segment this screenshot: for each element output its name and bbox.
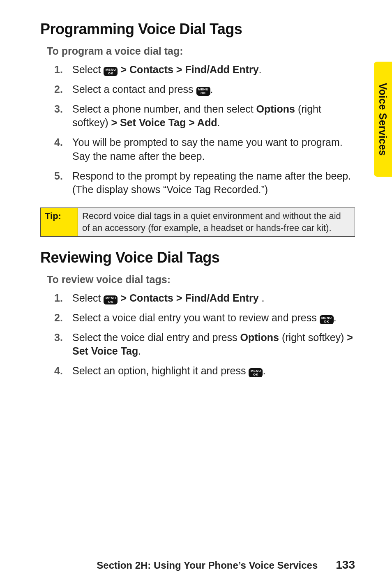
section-title-reviewing: Reviewing Voice Dial Tags (40, 249, 355, 266)
menu-ok-icon: MENUOK (104, 67, 118, 76)
step-text-pre: You will be prompted to say the name you… (72, 136, 343, 162)
step-text-post: . (259, 64, 262, 75)
step-text-strong2: > Set Voice Tag > Add (111, 117, 217, 128)
page-root: Voice Services Programming Voice Dial Ta… (0, 0, 392, 588)
step-item: Select a voice dial entry you want to re… (40, 311, 355, 325)
step-item: Select a phone number, and then select O… (40, 102, 355, 130)
step-item: Select a contact and press MENUOK. (40, 83, 355, 97)
step-text-pre: Select a phone number, and then select (72, 103, 256, 115)
step-text-aftericon: . (263, 365, 265, 376)
step-text-aftericon: . (334, 312, 337, 323)
step-item: You will be prompted to say the name you… (40, 136, 355, 164)
step-text-post: . (259, 292, 265, 304)
menu-ok-icon: MENUOK (196, 87, 210, 96)
step-text-strong1: Options (240, 332, 279, 343)
step-item: Select an option, highlight it and press… (40, 364, 355, 378)
tip-box: Tip: Record voice dial tags in a quiet e… (40, 208, 355, 237)
step-item: Respond to the prompt by repeating the n… (40, 169, 355, 197)
section-title-programming: Programming Voice Dial Tags (40, 21, 355, 38)
step-text-post: . (217, 117, 220, 128)
menu-ok-icon: MENUOK (320, 315, 334, 324)
side-tab-label: Voice Services (377, 83, 389, 155)
tip-body: Record voice dial tags in a quiet enviro… (78, 208, 355, 237)
step-text-pre: Select a voice dial entry you want to re… (72, 312, 320, 323)
steps-program: Select MENUOK > Contacts > Find/Add Entr… (40, 63, 355, 197)
steps-review: Select MENUOK > Contacts > Find/Add Entr… (40, 291, 355, 378)
section-side-tab: Voice Services (374, 62, 392, 177)
step-text-strong1: Options (256, 103, 295, 115)
step-text-pre: Respond to the prompt by repeating the n… (72, 170, 351, 196)
step-text-pre: Select (72, 292, 104, 304)
footer-section-label: Section 2H: Using Your Phone’s Voice Ser… (97, 560, 318, 571)
menu-ok-icon: MENUOK (249, 368, 263, 377)
step-text-aftericon: . (210, 83, 213, 95)
lead-program: To program a voice dial tag: (47, 45, 355, 57)
step-text-pre: Select the voice dial entry and press (72, 332, 240, 343)
step-text-post: . (138, 345, 141, 357)
step-text-pre: Select (72, 64, 104, 75)
lead-review: To review voice dial tags: (47, 274, 355, 286)
step-text-strong: > Contacts > Find/Add Entry (120, 64, 258, 75)
menu-ok-icon: MENUOK (104, 295, 118, 304)
step-text-strong: > Contacts > Find/Add Entry (120, 292, 258, 304)
footer-page-number: 133 (336, 558, 355, 572)
tip-label: Tip: (41, 208, 78, 237)
step-item: Select MENUOK > Contacts > Find/Add Entr… (40, 291, 355, 305)
step-text-pre: Select an option, highlight it and press (72, 365, 249, 376)
step-text-mid1: (right softkey) (279, 332, 347, 343)
step-item: Select MENUOK > Contacts > Find/Add Entr… (40, 63, 355, 77)
page-footer: Section 2H: Using Your Phone’s Voice Ser… (0, 558, 392, 572)
step-item: Select the voice dial entry and press Op… (40, 331, 355, 359)
step-text-pre: Select a contact and press (72, 83, 196, 95)
